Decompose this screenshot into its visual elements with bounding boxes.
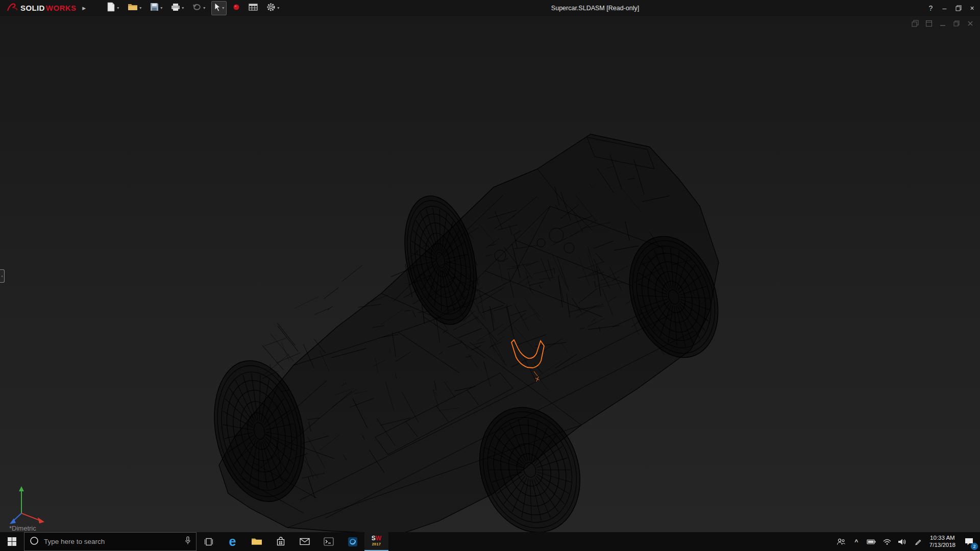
people-icon xyxy=(837,538,846,546)
open-folder-icon xyxy=(128,3,138,13)
chevron-up-icon: ^ xyxy=(854,538,858,545)
minimize-button[interactable]: – xyxy=(938,0,951,16)
gear-icon xyxy=(266,3,276,14)
save-button[interactable]: ▾ xyxy=(148,1,165,15)
restore-icon xyxy=(955,5,962,11)
quick-access-toolbar: ▾ ▾ ▾ ▾ ▾ ▾ ▾ xyxy=(104,1,282,15)
ds-logo-icon xyxy=(6,2,19,14)
edge-icon: e xyxy=(229,534,236,549)
wifi-icon xyxy=(883,538,892,545)
chevron-down-icon[interactable]: ▾ xyxy=(160,6,162,10)
hidden-icons-button[interactable]: ^ xyxy=(849,532,864,551)
view-orientation-label: *Dimetric xyxy=(9,524,36,532)
notification-badge: 2 xyxy=(971,543,978,550)
search-input[interactable] xyxy=(44,538,180,545)
chevron-down-icon[interactable]: ▾ xyxy=(117,6,119,10)
titlebar: SOLIDWORKS ▶ ▾ ▾ ▾ ▾ ▾ ▾ xyxy=(0,0,980,16)
store-button[interactable] xyxy=(268,532,292,551)
volume-button[interactable] xyxy=(895,532,910,551)
select-tool-button[interactable]: ▾ xyxy=(211,1,227,15)
battery-button[interactable] xyxy=(864,532,879,551)
properties-table-button[interactable] xyxy=(246,2,260,14)
network-button[interactable] xyxy=(879,532,895,551)
taskbar-clock[interactable]: 10:33 AM 7/13/2018 xyxy=(925,532,960,551)
save-floppy-icon xyxy=(150,3,159,13)
split-pane-icon xyxy=(925,20,933,27)
record-dot-icon xyxy=(233,4,240,13)
battery-icon xyxy=(867,539,876,545)
graphics-area[interactable]: ‹ *Dimetric xyxy=(0,16,980,532)
windows-logo-icon xyxy=(8,537,16,546)
solidworks-2017-icon: SW 2017 xyxy=(372,536,381,547)
taskbar: e SW 2017 ^ 10:33 AM 7/13/2018 2 xyxy=(0,532,980,551)
printer-icon xyxy=(171,3,180,13)
new-document-icon xyxy=(107,2,115,14)
minimize-document-button[interactable] xyxy=(939,19,946,27)
logo-text-works: WORKS xyxy=(46,4,77,12)
system-tray: ^ 10:33 AM 7/13/2018 2 xyxy=(834,532,980,551)
window-title: Supercar.SLDASM [Read-only] xyxy=(551,5,639,12)
chevron-down-icon[interactable]: ▾ xyxy=(182,6,184,10)
start-button[interactable] xyxy=(0,532,24,551)
print-button[interactable]: ▾ xyxy=(168,2,186,15)
people-button[interactable] xyxy=(834,532,849,551)
open-document-button[interactable]: ▾ xyxy=(125,2,144,14)
microphone-icon[interactable] xyxy=(185,536,191,547)
close-button[interactable]: × xyxy=(965,0,979,16)
chevron-down-icon[interactable]: ▾ xyxy=(139,6,141,10)
orientation-triad xyxy=(10,486,44,524)
speaker-icon xyxy=(898,538,907,545)
mail-button[interactable] xyxy=(292,532,316,551)
clock-date: 7/13/2018 xyxy=(929,542,955,549)
command-prompt-button[interactable] xyxy=(316,532,340,551)
command-prompt-icon xyxy=(324,537,334,546)
edrawings-button[interactable] xyxy=(340,532,364,551)
toolbar-flyout-arrow[interactable]: ▶ xyxy=(82,6,86,11)
macro-record-button[interactable] xyxy=(230,2,242,14)
undo-arrow-icon xyxy=(192,4,202,13)
blue-app-icon xyxy=(348,537,358,547)
solidworks-logo: SOLIDWORKS xyxy=(0,2,79,14)
table-icon xyxy=(249,4,258,13)
wireframe-model[interactable] xyxy=(0,16,980,532)
close-document-icon xyxy=(967,20,974,27)
restore-button[interactable] xyxy=(951,0,965,16)
document-window-controls xyxy=(911,19,974,27)
file-explorer-icon xyxy=(251,537,262,546)
restore-document-icon xyxy=(953,20,960,27)
solidworks-app-button[interactable]: SW 2017 xyxy=(364,532,388,551)
cortana-circle-icon xyxy=(30,536,39,547)
new-document-button[interactable]: ▾ xyxy=(104,1,121,15)
logo-text-solid: SOLID xyxy=(20,4,45,12)
chevron-down-icon[interactable]: ▾ xyxy=(222,6,224,10)
options-button[interactable]: ▾ xyxy=(264,1,282,15)
windows-ink-button[interactable] xyxy=(910,532,925,551)
edge-browser-button[interactable]: e xyxy=(220,532,244,551)
taskbar-search[interactable] xyxy=(24,532,197,551)
clock-time: 10:33 AM xyxy=(930,535,955,542)
mail-envelope-icon xyxy=(300,538,310,545)
chevron-down-icon[interactable]: ▾ xyxy=(277,6,279,10)
cascade-pane-button[interactable] xyxy=(911,19,919,27)
file-explorer-button[interactable] xyxy=(244,532,268,551)
restore-document-button[interactable] xyxy=(952,19,960,27)
undo-button[interactable]: ▾ xyxy=(190,2,208,14)
cascade-pane-icon xyxy=(912,20,919,27)
task-view-button[interactable] xyxy=(197,532,220,551)
pen-icon xyxy=(914,538,922,546)
window-controls: ? – × xyxy=(924,0,979,16)
task-view-icon xyxy=(204,538,214,546)
select-cursor-icon xyxy=(214,3,220,14)
store-bag-icon xyxy=(276,537,285,546)
chevron-down-icon[interactable]: ▾ xyxy=(203,6,205,10)
panel-collapse-tab[interactable]: ‹ xyxy=(0,269,5,283)
help-button[interactable]: ? xyxy=(924,0,938,16)
minimize-document-icon xyxy=(939,20,946,27)
split-pane-button[interactable] xyxy=(925,19,933,27)
action-center-button[interactable]: 2 xyxy=(960,532,978,551)
close-document-button[interactable] xyxy=(966,19,974,27)
